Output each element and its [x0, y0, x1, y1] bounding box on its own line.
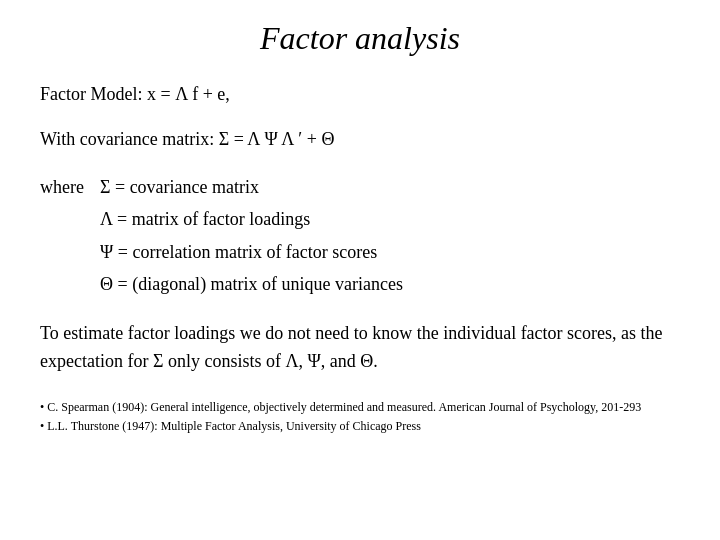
def-lambda: Λ = matrix of factor loadings: [100, 203, 403, 235]
estimate-paragraph: To estimate factor loadings we do not ne…: [40, 319, 680, 377]
reference-1: • C. Spearman (1904): General intelligen…: [40, 398, 680, 417]
def-psi: Ψ = correlation matrix of factor scores: [100, 236, 403, 268]
reference-2: • L.L. Thurstone (1947): Multiple Factor…: [40, 417, 680, 436]
where-label: where: [40, 171, 100, 203]
def-theta: Θ = (diagonal) matrix of unique variance…: [100, 268, 403, 300]
references-block: • C. Spearman (1904): General intelligen…: [40, 398, 680, 436]
covariance-matrix-line: With covariance matrix: Σ = Λ Ψ Λ ′ + Θ: [40, 126, 680, 153]
factor-model-line: Factor Model: x = Λ f + e,: [40, 81, 680, 108]
page-container: Factor analysis Factor Model: x = Λ f + …: [0, 0, 720, 540]
definitions-block: where Σ = covariance matrix Λ = matrix o…: [40, 171, 680, 301]
page-title: Factor analysis: [40, 20, 680, 57]
definitions-list: Σ = covariance matrix Λ = matrix of fact…: [100, 171, 403, 301]
def-sigma: Σ = covariance matrix: [100, 171, 403, 203]
